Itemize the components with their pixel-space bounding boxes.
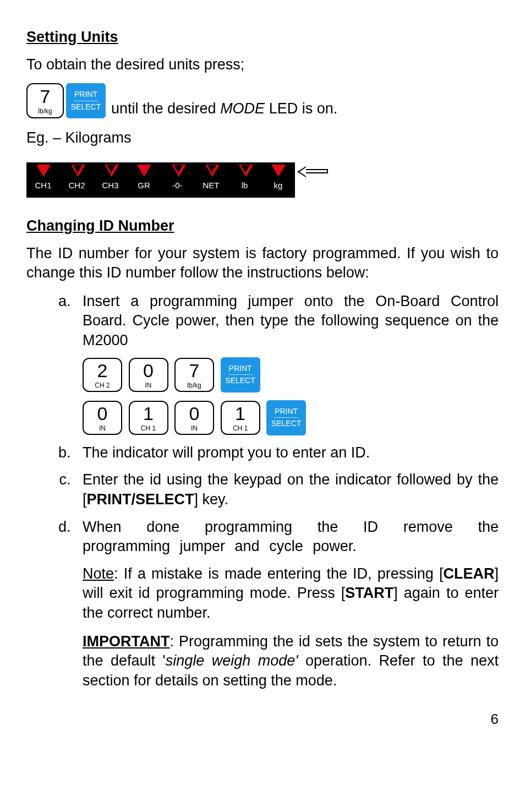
step-b-text: The indicator will prompt you to enter a… [83,444,370,461]
led-zero: -0- [161,162,194,198]
key-1b-label: CH 1 [233,425,248,432]
key-0c: 0IN [174,401,214,435]
heading-setting-units: Setting Units [26,28,499,47]
key-0b-number: 0 [97,404,108,423]
single-weigh-mode-inline: single weigh mode' [166,652,298,669]
led-ch3: CH3 [94,162,127,198]
step-d: When done programming the ID remove the … [75,517,499,557]
until-pre: until the desired [111,100,220,117]
key-0b: 0IN [83,401,122,435]
note-label: Note [83,565,114,582]
start-key-inline: START [345,585,393,601]
key-sequence-row-1: 2CH 2 0IN 7lb/kg PRINTSELECT [83,357,499,393]
select-label-2: SELECT [225,377,255,385]
key-0: 0IN [129,358,168,392]
led-gr-label: GR [138,180,150,191]
led-lb: lb [228,162,261,198]
led-ch2: CH2 [60,162,94,198]
key-sequence-row-2: 0IN 1CH 1 0IN 1CH 1 PRINTSELECT [83,400,499,435]
step-a-text: Insert a programming jumper onto the On-… [83,293,499,348]
select-label: SELECT [71,103,101,111]
key-2-number: 2 [97,361,108,380]
key-7-number: 7 [40,87,51,106]
print-select-key-2: PRINTSELECT [221,357,260,393]
step-c: Enter the id using the keypad on the ind… [75,470,499,509]
page-number: 6 [26,710,499,728]
print-label-3: PRINT [275,407,298,416]
key-0-number: 0 [143,361,154,380]
led-zero-label: -0- [172,180,182,191]
key-1-label: CH 1 [141,425,156,432]
key-0b-label: IN [99,425,106,432]
print-select-divider [74,101,98,101]
until-text: until the desired MODE LED is on. [111,99,337,119]
led-lb-label: lb [242,180,248,191]
key-7: 7 lb/kg [26,83,64,118]
key-2-label: CH 2 [95,382,110,389]
print-select-key: PRINT SELECT [66,83,106,118]
led-ch1: CH1 [26,162,60,198]
heading-changing-id: Changing ID Number [26,216,499,236]
steps-list: Insert a programming jumper onto the On-… [26,292,499,557]
key-7-label: lb/kg [38,108,52,115]
step-d-text: When done programming the ID remove the … [83,519,499,555]
print-label-2: PRINT [229,364,252,373]
key-0c-label: IN [191,425,198,432]
clear-key-inline: CLEAR [443,565,494,582]
mode-word: MODE [220,100,265,117]
until-post: LED is on. [265,100,337,117]
key-7b: 7lb/kg [174,358,214,392]
press-sequence-line: 7 lb/kg PRINT SELECT until the desired M… [26,83,499,118]
select-label-3: SELECT [271,419,301,428]
note-text-1: : If a mistake is made entering the ID, … [114,565,443,582]
led-kg: kg [261,162,295,198]
note-paragraph: Note: If a mistake is made entering the … [75,564,499,623]
key-1b: 1CH 1 [221,401,260,435]
mode-led-bar: CH1 CH2 CH3 GR -0- NET lb kg [26,162,331,198]
led-ch1-label: CH1 [35,180,51,191]
key-7b-label: lb/kg [187,382,201,389]
led-ch2-label: CH2 [68,180,85,191]
key-1: 1CH 1 [129,401,168,435]
mode-led-strip: CH1 CH2 CH3 GR -0- NET lb kg [26,162,295,198]
led-net-label: NET [203,180,220,191]
led-gr: GR [127,162,161,198]
important-paragraph: IMPORTANT: Programming the id sets the s… [75,632,499,691]
step-b: The indicator will prompt you to enter a… [75,443,499,463]
eg-line: Eg. – Kilograms [26,128,499,148]
led-ch3-label: CH3 [102,180,118,191]
key-1b-number: 1 [235,404,245,423]
step-c-post: ] key. [194,491,229,508]
pointer-arrow-icon [298,166,331,179]
important-label: IMPORTANT [83,633,169,650]
print-select-key-3: PRINTSELECT [266,400,306,435]
key-0c-number: 0 [189,404,200,423]
led-kg-label: kg [274,180,283,191]
led-net: NET [194,162,228,198]
setting-units-intro: To obtain the desired units press; [26,55,499,75]
key-2: 2CH 2 [83,358,122,392]
step-a: Insert a programming jumper onto the On-… [75,292,499,435]
key-7b-number: 7 [189,361,200,380]
changing-id-intro: The ID number for your system is factory… [26,244,499,283]
print-select-inline: PRINT/SELECT [87,491,194,508]
print-label: PRINT [74,90,97,99]
key-0-label: IN [145,382,152,389]
key-1-number: 1 [143,404,154,423]
